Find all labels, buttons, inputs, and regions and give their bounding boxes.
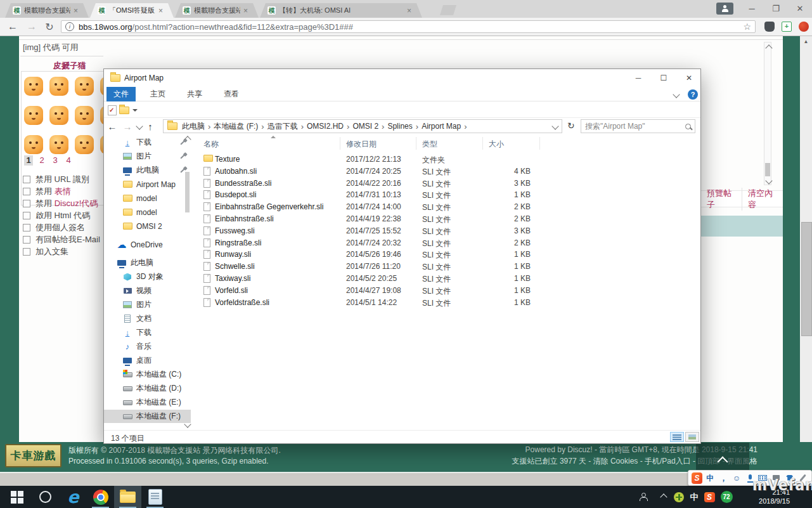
tray-people-button[interactable] — [634, 486, 653, 508]
bookmark-star-icon[interactable]: ☆ — [743, 22, 751, 32]
ribbon-tab[interactable]: 共享 — [180, 87, 209, 101]
scroll-down-arrow[interactable] — [765, 177, 772, 184]
search-box[interactable]: 搜索"Airport Map" — [581, 119, 695, 133]
clear-content-button[interactable]: 清空內容 — [742, 188, 783, 211]
checkbox[interactable] — [23, 200, 30, 207]
nav-item[interactable]: model — [104, 205, 191, 219]
page-info-icon[interactable]: i — [65, 22, 74, 31]
page-link[interactable]: 1 — [24, 155, 33, 166]
file-row[interactable]: Texture 2017/12/2 21:13 文件夹 — [191, 153, 700, 166]
scroll-up-arrow[interactable]: ▲ — [800, 37, 812, 46]
nav-item[interactable]: 视频 — [104, 284, 191, 297]
file-row[interactable]: Taxiway.sli 2014/5/2 20:25 SLI 文件 1 KB — [191, 273, 700, 285]
ribbon-tab[interactable]: 文件 — [106, 87, 136, 101]
details-view-button[interactable] — [670, 432, 684, 442]
tray-sogou[interactable]: S — [701, 486, 718, 508]
explorer-back-icon[interactable]: ← — [105, 119, 119, 133]
tab-close-icon[interactable] — [74, 7, 81, 15]
file-row[interactable]: Ringstraße.sli 2014/7/24 20:32 SLI 文件 2 … — [191, 237, 700, 249]
smiley-pack-title[interactable]: 皮搋子猫 — [53, 60, 86, 72]
page-scrollbar[interactable]: ▲ ▼ — [800, 36, 812, 483]
file-row[interactable]: Einbahnstraße.sli 2014/4/19 22:38 SLI 文件… — [191, 213, 700, 225]
recent-locations-icon[interactable] — [136, 122, 143, 129]
nav-item[interactable]: 此电脑 — [104, 256, 191, 270]
file-row[interactable]: Bundesstraße.sli 2014/4/22 20:16 SLI 文件 … — [191, 178, 700, 190]
minimize-button[interactable]: ─ — [740, 0, 764, 17]
nav-item[interactable]: OMSI 2 — [104, 219, 191, 233]
forward-icon[interactable]: → — [24, 20, 39, 34]
textarea-scrollbar[interactable] — [764, 42, 771, 185]
column-header-date[interactable]: 修改日期 — [346, 139, 377, 150]
page-link[interactable]: 2 — [37, 155, 46, 166]
nav-item[interactable]: Airport Map — [104, 178, 191, 191]
browser-tab[interactable]: 模 模載聯合支援站 - 歐洲卡 — [175, 3, 259, 18]
ime-icon[interactable]: ☺ — [731, 472, 742, 484]
thumbnail-view-button[interactable] — [685, 432, 699, 442]
taskbar-chrome[interactable] — [87, 486, 114, 508]
emoticon-cat[interactable] — [49, 106, 68, 125]
ribbon-tab[interactable]: 主页 — [143, 87, 172, 101]
ime-icon[interactable]: S — [692, 472, 702, 484]
tab-close-icon[interactable] — [158, 7, 166, 15]
extension-icon-1[interactable] — [764, 22, 775, 32]
tab-close-icon[interactable] — [243, 7, 251, 15]
checkbox[interactable] — [23, 212, 30, 219]
file-row[interactable]: Autobahn.sli 2014/7/24 20:25 SLI 文件 4 KB — [191, 166, 700, 178]
submit-bar[interactable] — [701, 216, 783, 237]
breadcrumb-item[interactable]: OMSI 2 — [349, 122, 384, 131]
explorer-forward-icon[interactable]: → — [120, 119, 134, 133]
file-row[interactable]: Vorfeldstraße.sli 2014/5/1 14:22 SLI 文件 … — [191, 297, 700, 309]
explorer-titlebar[interactable]: Airport Map ─ ☐ ✕ — [104, 69, 700, 87]
emoticon-cat[interactable] — [49, 77, 68, 96]
nav-item[interactable]: 图片 — [104, 298, 191, 311]
breadcrumb-item[interactable]: Splines — [384, 122, 418, 131]
search-button[interactable] — [32, 486, 59, 508]
column-divider[interactable] — [340, 137, 340, 150]
nav-item[interactable]: 本地磁盘 (F:) — [104, 410, 191, 423]
tray-score[interactable]: 72 — [718, 486, 735, 508]
checkbox[interactable] — [23, 224, 30, 231]
column-header-size[interactable]: 大小 — [489, 139, 504, 150]
checkbox[interactable] — [23, 176, 30, 183]
file-row[interactable]: Fussweg.sli 2014/7/25 15:52 SLI 文件 3 KB — [191, 225, 700, 237]
scroll-down-arrow[interactable] — [184, 420, 191, 427]
tray-antivirus[interactable] — [671, 486, 687, 508]
emoticon-cat[interactable] — [75, 106, 94, 125]
column-header-name[interactable]: 名称 — [203, 139, 219, 150]
nav-item[interactable]: 此电脑 — [104, 164, 191, 177]
file-row[interactable]: Runway.sli 2014/5/26 19:46 SLI 文件 1 KB — [191, 249, 700, 261]
explorer-minimize-button[interactable]: ─ — [626, 69, 651, 87]
new-folder-icon[interactable] — [119, 107, 129, 114]
breadcrumb-item[interactable]: 此电脑 — [179, 121, 210, 132]
properties-icon[interactable] — [108, 105, 117, 115]
nav-scrollbar[interactable] — [183, 135, 191, 431]
taskbar-notepad[interactable] — [141, 486, 169, 508]
explorer-close-button[interactable]: ✕ — [676, 69, 702, 87]
checkbox[interactable] — [23, 248, 30, 256]
preview-post-button[interactable]: 預覽帖子 — [701, 188, 742, 211]
scrollbar-thumb[interactable] — [765, 163, 770, 176]
nav-item[interactable]: 音乐 — [104, 340, 191, 353]
nav-item[interactable]: model — [104, 192, 191, 205]
up-icon[interactable]: ↑ — [143, 119, 157, 133]
nav-item[interactable]: 本地磁盘 (C:) — [104, 368, 191, 381]
emoticon-cat[interactable] — [24, 77, 43, 96]
extension-icon-2[interactable]: + — [782, 22, 792, 32]
checkbox[interactable] — [23, 188, 30, 195]
ime-icon[interactable]: 中 — [705, 472, 716, 484]
scrollbar-thumb[interactable] — [801, 222, 812, 336]
emoticon-cat[interactable] — [75, 77, 94, 96]
nav-item[interactable]: 桌面 — [104, 354, 191, 367]
extension-icon-3[interactable] — [799, 22, 809, 32]
breadcrumb-item[interactable]: OMSI2.HD — [304, 122, 349, 131]
column-header-type[interactable]: 类型 — [422, 139, 437, 150]
back-to-top-button[interactable] — [696, 443, 749, 471]
scroll-up-arrow[interactable] — [765, 44, 772, 51]
breadcrumb-item[interactable]: 迅雷下载 — [264, 121, 304, 132]
nav-item[interactable]: 下载 — [104, 136, 191, 149]
nav-item[interactable]: 图片 — [104, 150, 191, 163]
emoticon-cat[interactable] — [24, 106, 43, 125]
explorer-maximize-button[interactable]: ☐ — [651, 69, 676, 87]
maximize-button[interactable]: ❐ — [764, 0, 788, 17]
close-button[interactable]: ✕ — [788, 0, 812, 17]
